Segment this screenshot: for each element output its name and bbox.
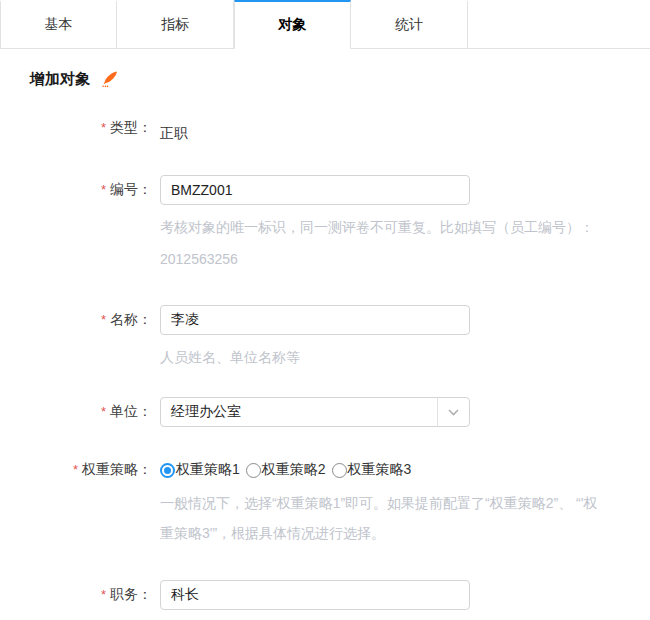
code-label: *编号： (0, 175, 152, 199)
name-label: *名称： (0, 305, 152, 329)
row-code: *编号： 考核对象的唯一标识，同一测评卷不可重复。比如填写（员工编号）： 201… (0, 175, 650, 275)
required-marker: * (73, 462, 78, 477)
radio-weight-strategy-3[interactable]: 权重策略3 (332, 461, 412, 479)
unit-label: *单位： (0, 397, 152, 421)
tab-indicators[interactable]: 指标 (117, 0, 234, 49)
radio-weight-strategy-1[interactable]: 权重策略1 (160, 461, 240, 479)
chevron-down-icon (437, 398, 469, 426)
section-heading: 增加对象 (30, 69, 650, 89)
duty-label: *职务： (0, 580, 152, 604)
tab-objects[interactable]: 对象 (234, 0, 351, 49)
code-help: 考核对象的唯一标识，同一测评卷不可重复。比如填写（员工编号）： 20125632… (160, 211, 594, 275)
radio-weight-strategy-2[interactable]: 权重策略2 (246, 461, 326, 479)
row-unit: *单位： 经理办公室 (0, 397, 650, 427)
unit-select[interactable]: 经理办公室 (160, 397, 470, 427)
name-input[interactable] (160, 305, 470, 335)
code-input[interactable] (160, 175, 470, 205)
tab-basic[interactable]: 基本 (0, 0, 117, 49)
name-help: 人员姓名、单位名称等 (160, 341, 470, 373)
required-marker: * (101, 587, 106, 602)
tab-bar-filler (468, 0, 650, 49)
page-title: 增加对象 (30, 70, 90, 89)
tab-statistics[interactable]: 统计 (351, 0, 468, 49)
required-marker: * (101, 120, 106, 135)
row-name: *名称： 人员姓名、单位名称等 (0, 305, 650, 373)
add-object-form: *类型： 正职 *编号： 考核对象的唯一标识，同一测评卷不可重复。比如填写（员工… (0, 119, 650, 620)
row-duty: *职务： (0, 580, 650, 610)
required-marker: * (101, 182, 106, 197)
row-type: *类型： 正职 (0, 119, 650, 143)
tab-bar: 基本 指标 对象 统计 (0, 0, 650, 49)
required-marker: * (101, 404, 106, 419)
quill-icon (100, 69, 120, 89)
type-value: 正职 (160, 119, 188, 143)
duty-input[interactable] (160, 580, 470, 610)
required-marker: * (101, 312, 106, 327)
radio-unselected-icon (332, 463, 347, 478)
weight-strategy-radio-group: 权重策略1 权重策略2 权重策略3 (160, 455, 597, 479)
row-weight-strategy: *权重策略： 权重策略1 权重策略2 权重策略3 一般情况下，选择“权重策略1”… (0, 455, 650, 548)
weight-strategy-help: 一般情况下，选择“权重策略1”即可。如果提前配置了“权重策略2”、 “'权 重策… (160, 488, 597, 548)
weight-strategy-label: *权重策略： (0, 455, 152, 479)
type-label: *类型： (0, 119, 152, 137)
radio-unselected-icon (246, 463, 261, 478)
unit-selected-value: 经理办公室 (171, 403, 241, 421)
radio-selected-icon (160, 463, 175, 478)
